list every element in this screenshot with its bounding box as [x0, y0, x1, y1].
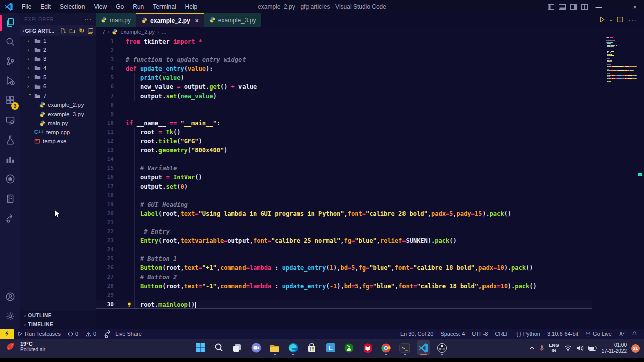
toggle-panel-icon[interactable] [556, 0, 568, 13]
toggle-sidebar-icon[interactable] [545, 0, 556, 13]
run-dropdown-icon[interactable]: › [608, 19, 614, 21]
menu-help[interactable]: Help [181, 0, 202, 13]
tree-file-temp.exe[interactable]: temp.exe [20, 137, 96, 146]
notification-badge[interactable]: 21 [631, 344, 640, 353]
status-0[interactable]: 0 [82, 329, 100, 339]
taskbar-chrome[interactable] [380, 340, 392, 355]
code-editor[interactable]: 1from tkinter import *23# function to up… [96, 36, 592, 309]
taskbar-vscode[interactable] [417, 340, 430, 355]
minimize-icon[interactable]: — [590, 0, 608, 13]
collapse-all-icon[interactable] [87, 28, 94, 34]
status-spaces-4[interactable]: Spaces: 4 [437, 329, 468, 339]
tree-file-example_2.py[interactable]: example_2.py [20, 100, 96, 109]
toggle-secondary-sidebar-icon[interactable] [568, 0, 579, 13]
new-folder-icon[interactable] [69, 28, 76, 34]
tree-folder-7[interactable]: ›7 [20, 91, 96, 100]
taskbar-chat[interactable] [250, 340, 262, 355]
taskbar-terminal[interactable]: >_ [398, 340, 411, 355]
customize-layout-icon[interactable] [579, 0, 590, 13]
breadcrumb-item[interactable]: example_2.py [120, 29, 155, 35]
taskbar-file-explorer[interactable] [268, 340, 281, 355]
tab-main.py[interactable]: main.py [96, 13, 136, 27]
close-icon[interactable]: × [626, 0, 644, 13]
tree-folder-3[interactable]: ›3 [20, 54, 96, 63]
menu-run[interactable]: Run [128, 0, 148, 13]
menu-go[interactable]: Go [111, 0, 128, 13]
menu-selection[interactable]: Selection [55, 0, 89, 13]
panel-timeline[interactable]: ›TIMELINE [20, 320, 96, 329]
activity-explorer[interactable] [0, 13, 20, 33]
activity-remote-explorer[interactable] [0, 111, 20, 131]
menu-file[interactable]: File [17, 0, 36, 13]
taskbar-store[interactable] [305, 340, 318, 355]
activity-source-control[interactable] [0, 52, 20, 72]
activity-search[interactable] [0, 33, 20, 52]
tab-example_3.py[interactable]: example_3.py [204, 13, 262, 27]
panel-outline[interactable]: ›OUTLINE [20, 311, 96, 320]
sidebar-more-icon[interactable]: ··· [84, 16, 92, 23]
clock[interactable]: 01:00 17-11-2022 [602, 342, 627, 355]
activity-notebook[interactable] [0, 190, 20, 209]
tab-example_2.py[interactable]: example_2.py× [136, 13, 204, 27]
tree-folder-2[interactable]: ›2 [20, 45, 96, 54]
remote-indicator[interactable] [0, 329, 14, 339]
taskbar-search[interactable] [212, 340, 225, 355]
taskbar-start[interactable] [194, 340, 206, 355]
menu-edit[interactable]: Edit [36, 0, 55, 13]
lightbulb-icon[interactable] [127, 302, 132, 307]
tree-file-main.py[interactable]: main.py [20, 119, 96, 128]
status-bell-icon[interactable] [628, 329, 641, 339]
status-go-live[interactable]: Go Live [582, 329, 615, 339]
tree-folder-1[interactable]: ›1 [20, 36, 96, 45]
status-run-testcases[interactable]: Run Testcases [14, 329, 64, 339]
status-live-share[interactable]: Live Share [100, 329, 145, 339]
activity-accounts[interactable] [0, 288, 20, 307]
microphone-icon[interactable] [539, 345, 544, 352]
tree-folder-4[interactable]: ›4 [20, 64, 96, 73]
battery-icon[interactable] [588, 346, 597, 351]
breadcrumb-item[interactable]: 7 [102, 29, 105, 35]
activity-testing[interactable] [0, 131, 20, 150]
activity-extensions[interactable]: 3 [0, 92, 20, 111]
tree-folder-5[interactable]: ›5 [20, 73, 96, 82]
menu-terminal[interactable]: Terminal [148, 0, 180, 13]
chevron-up-icon[interactable] [529, 346, 535, 350]
run-python-file-icon[interactable] [599, 16, 605, 25]
status-crlf[interactable]: CRLF [491, 329, 513, 339]
close-tab-icon[interactable]: × [195, 17, 199, 24]
menu-view[interactable]: View [89, 0, 111, 13]
activity-github[interactable] [0, 170, 20, 190]
breadcrumb-item[interactable]: ... [162, 29, 166, 35]
overview-ruler[interactable] [637, 36, 644, 329]
status-utf-8[interactable]: UTF-8 [468, 329, 491, 339]
wifi-icon[interactable] [564, 345, 572, 351]
refresh-icon[interactable]: ↻ [79, 27, 84, 34]
new-file-icon[interactable] [60, 28, 66, 34]
tree-folder-6[interactable]: ›6 [20, 82, 96, 91]
taskbar-task-view[interactable] [231, 340, 244, 355]
maximize-icon[interactable] [608, 0, 626, 13]
activity-live-share[interactable] [0, 209, 20, 229]
split-editor-icon[interactable] [617, 16, 623, 25]
status-ln-30-col-20[interactable]: Ln 30, Col 20 [397, 329, 437, 339]
taskbar-edge[interactable] [287, 340, 299, 355]
status-3-10-6-64-bit[interactable]: 3.10.6 64-bit [544, 329, 582, 339]
tree-file-temp.cpp[interactable]: C++temp.cpp [20, 128, 96, 137]
more-actions-icon[interactable]: ··· [628, 16, 637, 24]
volume-icon[interactable] [576, 345, 584, 351]
weather-widget[interactable]: 19°C Polluted air [5, 341, 45, 352]
status-python[interactable]: { }Python [513, 329, 544, 339]
status-person-x-icon[interactable] [615, 329, 628, 339]
taskbar-mcafee[interactable] [361, 340, 374, 355]
breadcrumb[interactable]: 7›example_2.py›... [96, 27, 644, 36]
tree-file-example_3.py[interactable]: example_3.py [20, 110, 96, 119]
taskbar-obs[interactable] [436, 340, 448, 355]
status-0[interactable]: 0 [64, 329, 82, 339]
taskbar-linkedin[interactable]: L [324, 340, 337, 355]
language-indicator[interactable]: ENG IN [549, 343, 559, 354]
workspace-section-header[interactable]: › GFG ARTI... ↻ [20, 25, 96, 36]
activity-run-and-debug[interactable] [0, 72, 20, 92]
taskbar-xbox[interactable] [343, 340, 355, 355]
minimap[interactable] [606, 37, 637, 82]
activity-insights[interactable] [0, 150, 20, 170]
